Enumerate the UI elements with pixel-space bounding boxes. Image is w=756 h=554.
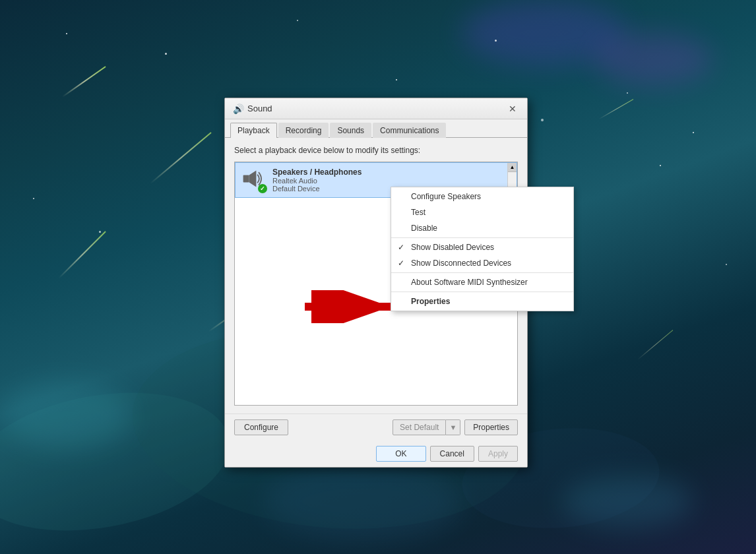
dialog-description: Select a playback device below to modify… xyxy=(234,146,518,155)
context-show-disabled[interactable]: ✓ Show Disabled Devices xyxy=(391,239,573,255)
context-properties[interactable]: Properties xyxy=(391,293,573,309)
context-show-disconnected[interactable]: ✓ Show Disconnected Devices xyxy=(391,255,573,271)
default-device-check: ✓ xyxy=(258,184,267,193)
svg-marker-1 xyxy=(249,170,257,187)
context-test[interactable]: Test xyxy=(391,204,573,220)
scroll-track xyxy=(508,172,517,188)
device-icon-container: ✓ xyxy=(241,167,267,193)
dialog-titlebar: 🔊 Sound ✕ xyxy=(225,98,527,119)
cancel-button[interactable]: Cancel xyxy=(430,446,474,462)
close-button[interactable]: ✕ xyxy=(506,102,519,115)
configure-button[interactable]: Configure xyxy=(234,419,288,435)
dialog-title: Sound xyxy=(247,104,272,113)
arrow-annotation xyxy=(305,290,410,323)
scroll-up-btn[interactable]: ▲ xyxy=(508,163,517,172)
tab-sounds[interactable]: Sounds xyxy=(330,123,371,138)
device-subtitle: Realtek Audio xyxy=(272,177,511,185)
dialog-buttons-row: Configure Set Default ▼ Properties xyxy=(225,414,527,441)
properties-label: Properties xyxy=(411,297,450,306)
tab-communications[interactable]: Communications xyxy=(373,123,446,138)
apply-button[interactable]: Apply xyxy=(478,446,518,462)
show-disconnected-check: ✓ xyxy=(398,259,404,268)
dialog-footer: OK Cancel Apply xyxy=(225,441,527,467)
disable-label: Disable xyxy=(411,224,437,233)
context-about-midi[interactable]: About Software MIDI Synthesizer xyxy=(391,274,573,290)
separator-2 xyxy=(391,272,573,273)
separator-3 xyxy=(391,292,573,292)
properties-button[interactable]: Properties xyxy=(464,419,518,435)
context-menu: Configure Speakers Test Disable ✓ Show D… xyxy=(391,187,574,311)
context-disable[interactable]: Disable xyxy=(391,220,573,236)
ok-button[interactable]: OK xyxy=(376,446,425,462)
configure-speakers-label: Configure Speakers xyxy=(411,192,481,201)
separator-1 xyxy=(391,237,573,238)
show-disabled-label: Show Disabled Devices xyxy=(411,243,494,252)
arrow-svg xyxy=(305,290,410,323)
tabs-bar: Playback Recording Sounds Communications xyxy=(225,119,527,138)
sound-icon: 🔊 xyxy=(233,104,243,114)
svg-rect-0 xyxy=(243,175,249,183)
dialog-title-left: 🔊 Sound xyxy=(233,104,272,114)
set-default-group: Set Default ▼ xyxy=(393,419,460,435)
set-default-button[interactable]: Set Default xyxy=(393,419,446,435)
show-disabled-check: ✓ xyxy=(398,243,404,252)
set-default-arrow[interactable]: ▼ xyxy=(446,419,460,435)
context-configure-speakers[interactable]: Configure Speakers xyxy=(391,189,573,204)
device-name: Speakers / Headphones xyxy=(272,168,511,177)
tab-recording[interactable]: Recording xyxy=(278,123,329,138)
tab-playback[interactable]: Playback xyxy=(230,123,277,138)
about-midi-label: About Software MIDI Synthesizer xyxy=(411,278,528,287)
test-label: Test xyxy=(411,208,425,217)
show-disconnected-label: Show Disconnected Devices xyxy=(411,259,511,268)
